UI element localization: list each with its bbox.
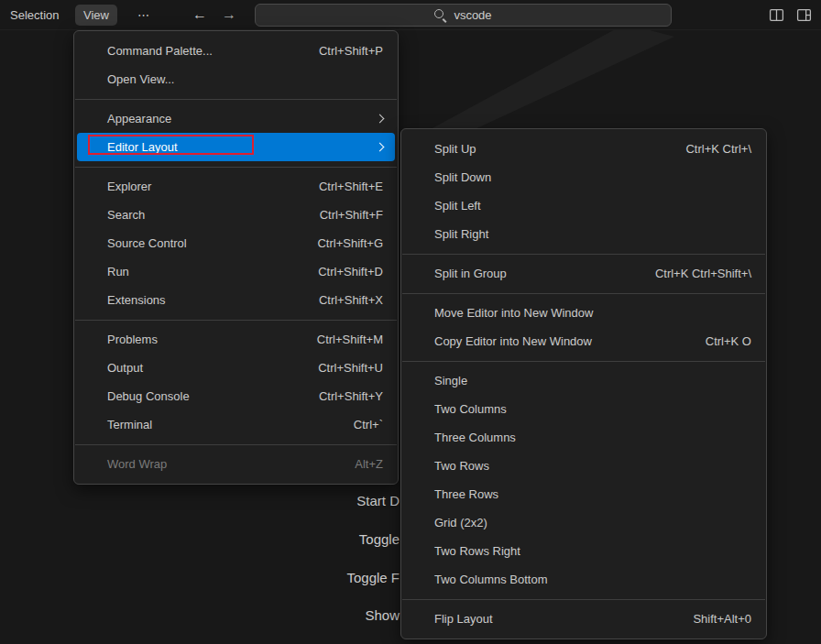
menu-item-label: Word Wrap [107, 457, 333, 471]
welcome-shortcut-label: Start D [356, 493, 400, 509]
menubar-item-selection[interactable]: Selection [2, 5, 67, 26]
menu-item-label: Source Control [107, 236, 295, 250]
menu-item-problems[interactable]: Problems Ctrl+Shift+M [74, 325, 398, 354]
menu-item-grid-2x2[interactable]: Grid (2x2) [401, 508, 766, 537]
menu-separator [402, 254, 765, 255]
menu-item-label: Split Right [434, 227, 751, 241]
menu-item-editor-layout[interactable]: Editor Layout [77, 133, 395, 161]
menu-item-shortcut: Ctrl+Shift+U [318, 361, 383, 375]
menu-item-label: Terminal [107, 418, 332, 431]
menu-item-word-wrap[interactable]: Word Wrap Alt+Z [74, 450, 398, 478]
menubar-item-view[interactable]: View [75, 5, 117, 26]
menu-item-shortcut: Shift+Alt+0 [693, 612, 751, 626]
titlebar-right-actions [769, 0, 812, 30]
menu-separator [75, 320, 397, 321]
menu-item-explorer[interactable]: Explorer Ctrl+Shift+E [74, 172, 398, 201]
menu-item-label: Problems [107, 333, 295, 346]
menu-separator [402, 599, 765, 600]
search-value: vscode [454, 8, 491, 22]
menu-item-extensions[interactable]: Extensions Ctrl+Shift+X [74, 286, 398, 314]
menu-item-label: Copy Editor into New Window [434, 334, 684, 348]
menu-item-copy-editor-into-new-window[interactable]: Copy Editor into New Window Ctrl+K O [401, 327, 766, 355]
menu-item-shortcut: Ctrl+Shift+F [320, 208, 383, 222]
command-center-search[interactable]: vscode [255, 4, 672, 27]
menu-item-label: Debug Console [107, 389, 297, 403]
chevron-right-icon [376, 143, 385, 152]
menu-item-label: Split Up [434, 142, 663, 156]
title-bar: Selection View ⋯ ← → vscode [0, 0, 821, 30]
menu-item-label: Two Columns [434, 402, 751, 416]
menu-item-label: Output [107, 361, 296, 375]
menu-item-three-columns[interactable]: Three Columns [401, 423, 766, 452]
menu-item-split-up[interactable]: Split Up Ctrl+K Ctrl+\ [401, 135, 766, 163]
menu-item-label: Split Left [434, 199, 751, 213]
menu-item-split-in-group[interactable]: Split in Group Ctrl+K Ctrl+Shift+\ [401, 259, 766, 288]
search-icon [434, 9, 446, 21]
menu-item-label: Move Editor into New Window [434, 306, 751, 320]
menu-item-appearance[interactable]: Appearance [74, 104, 398, 133]
menu-item-label: Two Rows [434, 459, 751, 473]
menu-item-single[interactable]: Single [401, 366, 766, 395]
menu-item-shortcut: Ctrl+Shift+M [317, 333, 383, 346]
menu-item-label: Two Columns Bottom [434, 573, 751, 586]
menu-item-shortcut: Ctrl+Shift+D [318, 265, 383, 278]
menu-item-terminal[interactable]: Terminal Ctrl+` [74, 410, 398, 439]
menu-item-label: Split in Group [434, 267, 633, 280]
menu-item-three-rows[interactable]: Three Rows [401, 480, 766, 508]
more-menu-button[interactable]: ⋯ [129, 5, 159, 26]
menu-item-shortcut: Ctrl+K Ctrl+Shift+\ [655, 267, 751, 280]
menu-item-open-view[interactable]: Open View... [74, 65, 398, 93]
menu-item-label: Split Down [434, 170, 751, 184]
menu-item-shortcut: Ctrl+` [354, 418, 383, 431]
forward-icon[interactable]: → [218, 0, 240, 30]
menu-item-shortcut: Alt+Z [355, 457, 383, 471]
menu-item-split-down[interactable]: Split Down [401, 163, 766, 191]
menu-item-shortcut: Ctrl+Shift+G [317, 236, 383, 250]
menu-item-shortcut: Ctrl+Shift+E [319, 180, 383, 193]
menu-item-two-columns-bottom[interactable]: Two Columns Bottom [401, 565, 766, 594]
menu-item-two-columns[interactable]: Two Columns [401, 395, 766, 423]
menu-item-debug-console[interactable]: Debug Console Ctrl+Shift+Y [74, 382, 398, 410]
menu-item-label: Three Rows [434, 487, 751, 501]
menu-separator [75, 167, 397, 168]
menu-item-source-control[interactable]: Source Control Ctrl+Shift+G [74, 229, 398, 257]
menu-item-two-rows[interactable]: Two Rows [401, 452, 766, 480]
welcome-shortcut-label: Toggle F [346, 570, 400, 586]
menu-item-label: Three Columns [434, 431, 751, 444]
menu-item-flip-layout[interactable]: Flip Layout Shift+Alt+0 [401, 605, 766, 633]
menu-item-label: Appearance [107, 112, 355, 126]
menu-item-split-left[interactable]: Split Left [401, 191, 766, 220]
back-icon[interactable]: ← [189, 0, 211, 30]
menu-item-label: Editor Layout [107, 140, 355, 154]
menu-item-output[interactable]: Output Ctrl+Shift+U [74, 354, 398, 382]
menu-item-shortcut: Ctrl+Shift+Y [319, 389, 383, 403]
vscode-logo-watermark [429, 24, 674, 130]
menu-item-label: Two Rows Right [434, 544, 751, 558]
menu-item-label: Flip Layout [434, 612, 671, 626]
split-editor-icon[interactable] [769, 7, 784, 23]
menu-item-label: Open View... [107, 72, 383, 86]
menu-item-search[interactable]: Search Ctrl+Shift+F [74, 201, 398, 229]
menu-item-shortcut: Ctrl+Shift+P [319, 44, 383, 58]
menu-item-shortcut: Ctrl+K Ctrl+\ [685, 142, 751, 156]
welcome-shortcut-label: Toggle [359, 531, 400, 548]
menu-item-move-editor-into-new-window[interactable]: Move Editor into New Window [401, 299, 766, 327]
editor-layout-submenu: Split Up Ctrl+K Ctrl+\ Split Down Split … [400, 128, 767, 639]
menu-item-shortcut: Ctrl+Shift+X [319, 293, 383, 307]
chevron-right-icon [376, 115, 385, 124]
customize-layout-icon[interactable] [796, 7, 812, 23]
menu-separator [75, 444, 397, 445]
menu-item-run[interactable]: Run Ctrl+Shift+D [74, 257, 398, 286]
menu-separator [75, 99, 397, 100]
menu-item-command-palette[interactable]: Command Palette... Ctrl+Shift+P [74, 37, 398, 65]
menu-item-two-rows-right[interactable]: Two Rows Right [401, 537, 766, 565]
menu-item-split-right[interactable]: Split Right [401, 220, 766, 248]
menu-item-label: Grid (2x2) [434, 516, 751, 529]
menu-item-label: Run [107, 265, 296, 278]
menu-item-shortcut: Ctrl+K O [706, 334, 751, 348]
menu-item-label: Search [107, 208, 298, 222]
menu-item-label: Extensions [107, 293, 297, 307]
menu-separator [402, 361, 765, 362]
menu-item-label: Explorer [107, 180, 297, 193]
welcome-shortcut-label: Show [365, 607, 400, 624]
